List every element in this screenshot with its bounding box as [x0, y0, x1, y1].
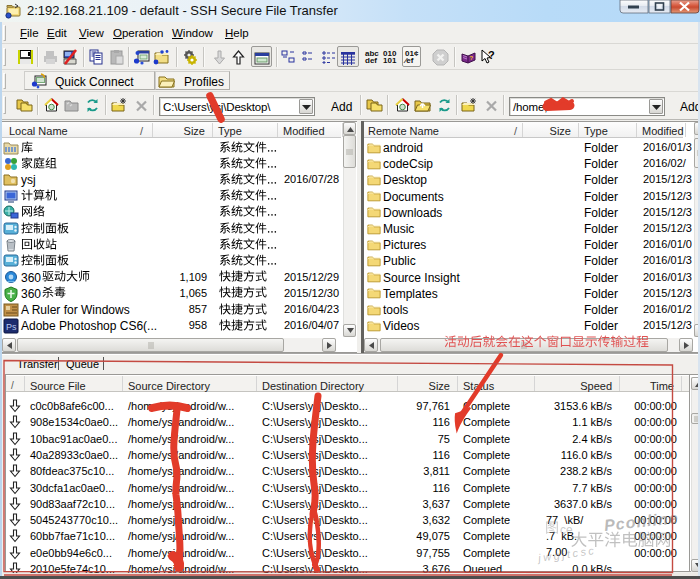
svg-text:?: ?	[470, 55, 474, 61]
svg-text:?: ?	[488, 49, 495, 61]
svg-text:Ps: Ps	[6, 322, 17, 332]
